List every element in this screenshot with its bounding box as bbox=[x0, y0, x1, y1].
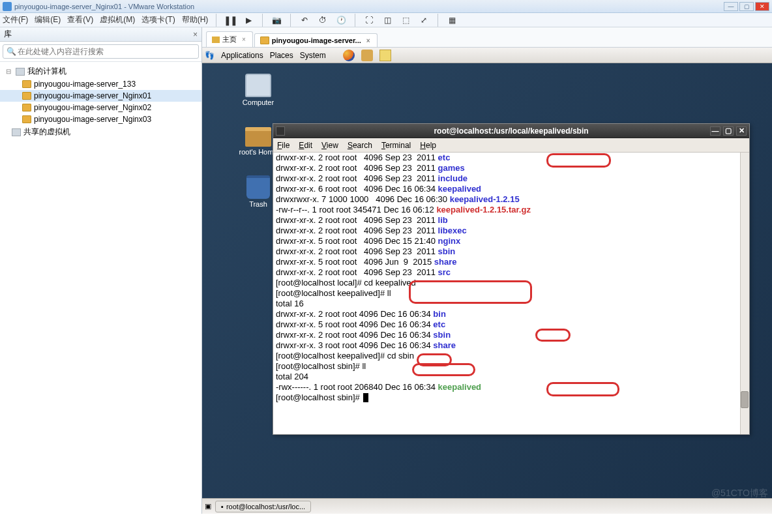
app-menubar: 文件(F) 编辑(E) 查看(V) 虚拟机(M) 选项卡(T) 帮助(H) ❚❚… bbox=[0, 13, 772, 27]
term-menu-terminal[interactable]: Terminal bbox=[381, 141, 411, 150]
library-title: 库 bbox=[4, 29, 12, 40]
desktop-icon-computer[interactable]: Computer bbox=[232, 74, 284, 106]
term-menu-search[interactable]: Search bbox=[348, 141, 372, 150]
terminal-scrollbar[interactable] bbox=[740, 153, 749, 434]
terminal-title: root@localhost:/usr/local/keepalived/sbi… bbox=[434, 126, 588, 136]
window-title: pinyougou-image-server_Nginx01 - VMware … bbox=[14, 3, 194, 10]
play-button[interactable]: ▶ bbox=[243, 14, 254, 26]
tree-vm-label: pinyougou-image-server_Nginx01 bbox=[34, 91, 151, 100]
tab-bar: 主页 × pinyougou-image-server... × bbox=[202, 27, 772, 48]
tree-vm[interactable]: pinyougou-image-server_Nginx01 bbox=[0, 90, 201, 102]
snapshot-manager-button[interactable]: ⏱ bbox=[317, 14, 329, 26]
tree-vm[interactable]: pinyougou-image-server_Nginx02 bbox=[0, 102, 201, 113]
home-icon bbox=[212, 37, 220, 43]
file-manager-icon[interactable] bbox=[361, 50, 373, 61]
menu-view[interactable]: 查看(V) bbox=[67, 14, 93, 25]
show-desktop-icon[interactable]: ▣ bbox=[205, 502, 211, 510]
term-menu-edit[interactable]: Edit bbox=[299, 141, 312, 150]
tree-vm[interactable]: pinyougou-image-server_133 bbox=[0, 78, 201, 90]
vm-icon bbox=[260, 37, 269, 44]
library-tree: ⊟ 我的计算机 pinyougou-image-server_133 pinyo… bbox=[0, 62, 201, 141]
terminal-menubar: File Edit View Search Terminal Help bbox=[273, 138, 749, 153]
pause-button[interactable]: ❚❚ bbox=[224, 14, 236, 26]
desktop-icon-label: Trash bbox=[249, 200, 267, 208]
thumbnail-button[interactable]: ▦ bbox=[446, 14, 458, 26]
collapse-icon[interactable]: ⊟ bbox=[4, 68, 13, 75]
term-menu-view[interactable]: View bbox=[321, 141, 338, 150]
content-area: 主页 × pinyougou-image-server... × 👣 Appli… bbox=[202, 27, 772, 514]
terminal-small-icon: ▪ bbox=[221, 503, 224, 510]
tree-vm[interactable]: pinyougou-image-server_Nginx03 bbox=[0, 113, 201, 125]
scrollbar-thumb[interactable] bbox=[741, 391, 749, 408]
tree-vm-label: pinyougou-image-server_Nginx03 bbox=[34, 115, 151, 124]
search-input[interactable] bbox=[3, 44, 199, 59]
terminal-minimize-button[interactable]: — bbox=[710, 126, 720, 136]
menu-help[interactable]: 帮助(H) bbox=[182, 14, 209, 25]
tab-close-icon[interactable]: × bbox=[242, 36, 246, 43]
unity-button[interactable]: ◫ bbox=[381, 14, 393, 26]
terminal-close-button[interactable]: ✕ bbox=[736, 126, 747, 136]
menu-tabs[interactable]: 选项卡(T) bbox=[141, 14, 175, 25]
tree-root-label: 我的计算机 bbox=[27, 66, 67, 77]
stretch-button[interactable]: ⤢ bbox=[418, 14, 430, 26]
trash-icon bbox=[246, 175, 270, 199]
fullscreen-button[interactable]: ⛶ bbox=[363, 14, 375, 26]
folder-icon bbox=[245, 127, 271, 147]
notes-icon[interactable] bbox=[379, 50, 391, 61]
vm-icon bbox=[22, 92, 31, 100]
view-button[interactable]: ⬚ bbox=[400, 14, 411, 26]
tree-vm-label: pinyougou-image-server_Nginx02 bbox=[34, 103, 151, 112]
library-sidebar: 库 × 🔍 ⊟ 我的计算机 pinyougou-image-server_133… bbox=[0, 27, 202, 514]
gnome-top-panel: 👣 Applications Places System bbox=[202, 48, 772, 63]
menu-file[interactable]: 文件(F) bbox=[3, 14, 28, 25]
tree-root[interactable]: ⊟ 我的计算机 bbox=[0, 65, 201, 78]
menu-edit[interactable]: 编辑(E) bbox=[35, 14, 61, 25]
menu-vm[interactable]: 虚拟机(M) bbox=[100, 14, 135, 25]
menu-system[interactable]: System bbox=[300, 51, 326, 60]
firefox-icon[interactable] bbox=[343, 50, 355, 61]
terminal-body[interactable]: drwxr-xr-x. 2 root root 4096 Sep 23 2011… bbox=[273, 153, 749, 434]
tab-close-icon[interactable]: × bbox=[366, 37, 370, 44]
terminal-icon bbox=[276, 126, 285, 136]
library-header: 库 × bbox=[0, 27, 201, 42]
host-icon bbox=[16, 68, 25, 76]
vm-icon bbox=[22, 80, 31, 88]
tree-shared[interactable]: 共享的虚拟机 bbox=[0, 125, 201, 139]
tab-vm[interactable]: pinyougou-image-server... × bbox=[254, 33, 378, 47]
tree-vm-label: pinyougou-image-server_133 bbox=[34, 80, 136, 89]
taskbar-item-terminal[interactable]: ▪ root@localhost:/usr/loc... bbox=[215, 501, 311, 512]
minimize-button[interactable]: — bbox=[724, 2, 738, 11]
gnome-foot-icon: 👣 bbox=[205, 51, 215, 60]
library-search: 🔍 bbox=[0, 42, 201, 62]
clock-button[interactable]: 🕐 bbox=[335, 14, 347, 26]
menu-places[interactable]: Places bbox=[270, 51, 293, 60]
tree-shared-label: 共享的虚拟机 bbox=[23, 126, 70, 138]
app-icon bbox=[3, 2, 12, 11]
snapshot-button[interactable]: 📷 bbox=[271, 14, 282, 26]
terminal-titlebar[interactable]: root@localhost:/usr/local/keepalived/sbi… bbox=[273, 124, 749, 138]
terminal-maximize-button[interactable]: ▢ bbox=[723, 126, 734, 136]
watermark: @51CTO博客 bbox=[711, 488, 768, 499]
vm-icon bbox=[22, 104, 31, 111]
gnome-bottom-panel: ▣ ▪ root@localhost:/usr/loc... bbox=[202, 498, 772, 514]
close-button[interactable]: ✕ bbox=[755, 2, 769, 11]
taskbar-item-label: root@localhost:/usr/loc... bbox=[226, 503, 305, 510]
computer-icon bbox=[245, 74, 271, 97]
desktop-icon-label: Computer bbox=[243, 98, 274, 106]
tab-home[interactable]: 主页 × bbox=[206, 31, 253, 47]
desktop-icon-label: root's Home bbox=[239, 148, 278, 156]
app-titlebar: pinyougou-image-server_Nginx01 - VMware … bbox=[0, 0, 772, 13]
term-menu-file[interactable]: File bbox=[277, 141, 290, 150]
revert-button[interactable]: ↶ bbox=[299, 14, 310, 26]
menu-applications[interactable]: Applications bbox=[221, 51, 263, 60]
tab-vm-label: pinyougou-image-server... bbox=[272, 37, 361, 44]
shared-icon bbox=[12, 128, 21, 136]
terminal-window[interactable]: root@localhost:/usr/local/keepalived/sbi… bbox=[273, 123, 750, 435]
tab-home-label: 主页 bbox=[222, 35, 237, 44]
term-menu-help[interactable]: Help bbox=[420, 141, 436, 150]
guest-desktop[interactable]: 👣 Applications Places System Computer ro… bbox=[202, 48, 772, 514]
search-icon: 🔍 bbox=[7, 47, 16, 56]
vm-icon bbox=[22, 115, 31, 123]
maximize-button[interactable]: ▢ bbox=[739, 2, 754, 11]
library-close-icon[interactable]: × bbox=[193, 30, 198, 39]
